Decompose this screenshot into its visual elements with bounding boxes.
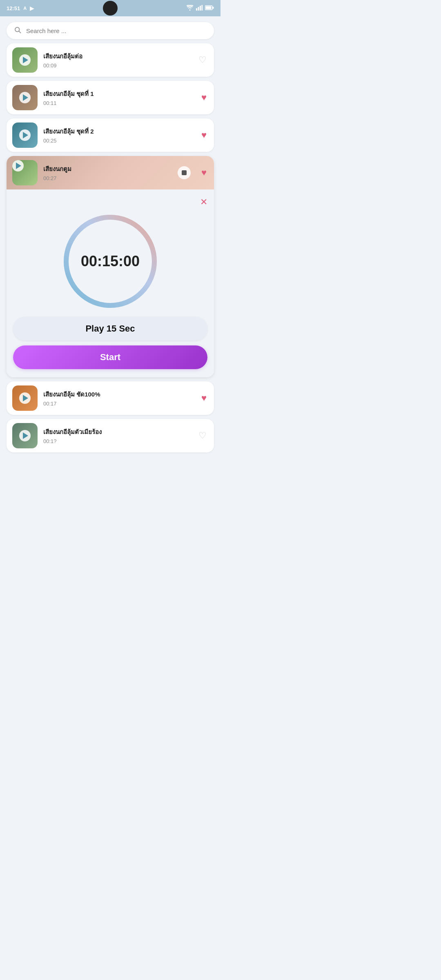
song-duration-1: 00:09 [43,62,191,69]
start-button[interactable]: Start [13,345,207,369]
play-button-6[interactable] [19,430,31,441]
timer-text: 00:15:00 [81,253,140,270]
stop-button[interactable] [178,166,191,179]
close-timer-button[interactable]: ✕ [200,197,207,207]
active-song-thumb [12,160,38,185]
active-song-duration: 00:27 [43,175,172,181]
song-title-6: เสียงนกอีลุ้มตัวเมียร้อง [43,427,191,437]
like-button-6[interactable]: ♡ [197,429,208,443]
like-button-3[interactable]: ♥ [200,128,208,142]
status-time: 12:51 [7,5,20,11]
song-thumb-5 [12,385,38,411]
play15-button[interactable]: Play 15 Sec [13,317,207,341]
wifi-icon [186,5,194,12]
song-item-2[interactable]: เสียงนกอีลุ้ม ชุดที่ 1 00:11 ♥ [7,81,214,114]
song-item-3[interactable]: เสียงนกอีลุ้ม ชุดที่ 2 00:25 ♥ [7,118,214,152]
play-button-1[interactable] [19,54,31,66]
svg-rect-3 [201,5,203,11]
search-input[interactable] [26,27,207,34]
like-button-5[interactable]: ♥ [200,391,208,405]
active-song-header: เสียงนกตูม 00:27 ♥ [7,156,214,189]
play-triangle-icon [23,57,28,63]
stop-square-icon [182,170,187,175]
svg-rect-2 [200,6,201,11]
play-triangle-icon-3 [23,132,28,138]
play-triangle-icon-5 [23,395,28,401]
like-button-1[interactable]: ♡ [197,53,208,67]
play-triangle-icon-6 [23,432,28,439]
song-title-3: เสียงนกอีลุ้ม ชุดที่ 2 [43,127,194,136]
play-triangle-icon-2 [23,94,28,101]
song-item-1[interactable]: เสียงนกอีลุ้มต่อ 00:09 ♡ [7,43,214,77]
song-duration-6: 00:1? [43,438,191,444]
song-thumb-1 [12,47,38,73]
signal-icon [196,5,203,12]
status-camera-notch [103,1,118,16]
song-title-5: เสียงนกอีลุ้ม ชัด100% [43,390,194,399]
song-item-6[interactable]: เสียงนกอีลุ้มตัวเมียร้อง 00:1? ♡ [7,419,214,452]
song-duration-5: 00:17 [43,401,194,407]
search-icon [14,26,21,35]
svg-rect-5 [205,6,211,9]
svg-rect-0 [196,8,197,11]
active-song-body: ✕ 00:15:00 [7,189,214,377]
play-button-2[interactable] [19,92,31,103]
svg-rect-1 [198,7,199,11]
active-play-button[interactable] [12,160,24,172]
song-thumb-6 [12,423,38,448]
active-song-title: เสียงนกตูม [43,164,172,174]
song-title-1: เสียงนกอีลุ้มต่อ [43,51,191,61]
play-button-5[interactable] [19,392,31,404]
song-duration-3: 00:25 [43,138,194,144]
timer-display: 00:15:00 [61,212,159,310]
active-like-button[interactable]: ♥ [200,166,208,180]
main-content: เสียงนกอีลุ้มต่อ 00:09 ♡ เสียงนกอีลุ้ม ช… [0,16,220,455]
svg-rect-6 [212,7,214,9]
search-bar[interactable] [7,22,214,39]
active-song-item[interactable]: เสียงนกตูม 00:27 ♥ ✕ [7,156,214,377]
status-play-icon: ▶ [30,5,34,11]
status-bar: 12:51 A ▶ [0,0,220,16]
battery-icon [205,5,214,11]
svg-line-8 [19,31,20,33]
song-item-5[interactable]: เสียงนกอีลุ้ม ชัด100% 00:17 ♥ [7,381,214,415]
song-duration-2: 00:11 [43,100,194,106]
active-play-icon [16,163,21,169]
song-title-2: เสียงนกอีลุ้ม ชุดที่ 1 [43,89,194,99]
song-thumb-3 [12,122,38,148]
play-button-3[interactable] [19,129,31,141]
like-button-2[interactable]: ♥ [200,91,208,105]
status-data-icon: A [23,6,27,11]
song-thumb-2 [12,85,38,110]
